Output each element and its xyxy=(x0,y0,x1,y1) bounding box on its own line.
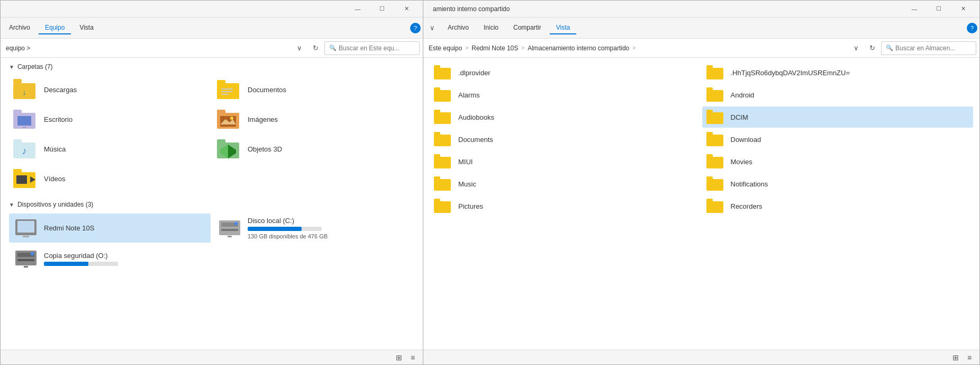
folder-android[interactable]: Android xyxy=(702,84,974,105)
svg-rect-49 xyxy=(434,112,451,124)
help-icon-left[interactable]: ? xyxy=(410,23,421,33)
android-icon xyxy=(706,87,725,103)
folder-movies[interactable]: Movies xyxy=(702,151,974,172)
musica-label: Música xyxy=(44,145,66,153)
grid-view-button-left[interactable]: ⊞ xyxy=(393,352,405,363)
folder-miui[interactable]: MIUI xyxy=(430,151,701,172)
right-maximize-button[interactable]: ☐ xyxy=(927,1,951,17)
svg-rect-46 xyxy=(434,87,440,91)
pictures-icon xyxy=(434,198,453,214)
svg-rect-58 xyxy=(434,154,440,158)
folders-section-header[interactable]: ▼ Carpetas (7) xyxy=(9,63,414,70)
right-window-title: amiento interno compartido xyxy=(428,5,902,13)
disk-c-icon xyxy=(217,218,242,239)
breadcrumb-sep-3: > xyxy=(632,45,636,51)
tab-vista-right[interactable]: Vista xyxy=(550,22,576,34)
tab-archivo-right[interactable]: Archivo xyxy=(441,22,475,34)
folder-music[interactable]: Music xyxy=(430,173,701,194)
pictures-name: Pictures xyxy=(458,202,483,210)
folder-documents[interactable]: Documents xyxy=(430,129,701,150)
left-title-bar: — ☐ ✕ xyxy=(1,1,423,17)
list-view-button-right[interactable]: ≡ xyxy=(964,352,975,363)
left-close-button[interactable]: ✕ xyxy=(394,1,419,17)
folder-notifications[interactable]: Notifications xyxy=(702,173,974,194)
breadcrumb-equipo[interactable]: equipo > xyxy=(4,43,32,53)
folder-item-objetos3d[interactable]: Objetos 3D xyxy=(213,135,414,163)
folder-item-imagenes[interactable]: Imágenes xyxy=(213,105,414,133)
left-maximize-button[interactable]: ☐ xyxy=(370,1,394,17)
folder-item-musica[interactable]: ♪ Música xyxy=(9,135,211,163)
svg-rect-5 xyxy=(221,88,233,90)
folder-download[interactable]: Download xyxy=(702,129,974,150)
music-right-icon xyxy=(434,176,453,192)
grid-view-icon-right: ⊞ xyxy=(952,353,959,362)
svg-rect-55 xyxy=(706,135,723,146)
devices-grid: Redmi Note 10S xyxy=(9,213,414,272)
folder-item-downloads[interactable]: ↓ Descargas xyxy=(9,76,211,103)
folder-item-videos[interactable]: Vídeos xyxy=(9,165,211,192)
svg-rect-52 xyxy=(706,110,713,113)
right-minimize-button[interactable]: — xyxy=(902,1,927,17)
alarms-icon xyxy=(434,87,453,103)
list-view-button-left[interactable]: ≡ xyxy=(407,352,419,363)
folder-hhtjq[interactable]: .HhTjqSRo6dybqDAV2ImUSREmnZU= xyxy=(702,62,974,83)
tab-inicio-right[interactable]: Inicio xyxy=(477,22,505,34)
documentos-folder-icon xyxy=(217,79,242,100)
svg-rect-39 xyxy=(17,259,34,261)
recorders-name: Recorders xyxy=(731,202,763,210)
right-refresh-button[interactable]: ↻ xyxy=(865,41,879,55)
right-dropdown-toolbar[interactable]: ∨ xyxy=(425,21,439,35)
svg-rect-51 xyxy=(706,112,723,124)
videos-folder-icon xyxy=(13,168,39,189)
svg-rect-67 xyxy=(706,201,723,213)
folder-audiobooks[interactable]: Audiobooks xyxy=(430,106,701,128)
tab-archivo-left[interactable]: Archivo xyxy=(3,22,37,34)
notifications-name: Notifications xyxy=(731,180,768,188)
device-item-redmi[interactable]: Redmi Note 10S xyxy=(9,213,211,243)
svg-rect-34 xyxy=(221,229,238,231)
breadcrumb-redmi[interactable]: Redmi Note 10S xyxy=(469,43,520,53)
left-search-input[interactable] xyxy=(339,44,418,52)
alarms-name: Alarms xyxy=(458,91,479,99)
svg-rect-25 xyxy=(13,169,22,173)
devices-section-header[interactable]: ▼ Dispositivos y unidades (3) xyxy=(9,201,414,208)
left-search-box[interactable]: 🔍 xyxy=(324,41,420,55)
device-item-disk-c[interactable]: Disco local (C:) 130 GB disponibles de 4… xyxy=(213,213,414,243)
folder-alarms[interactable]: Alarms xyxy=(430,84,701,105)
svg-rect-17 xyxy=(13,139,22,144)
svg-rect-64 xyxy=(706,176,713,180)
svg-rect-62 xyxy=(434,176,440,180)
right-search-input[interactable] xyxy=(895,44,975,52)
breadcrumb-este-equipo[interactable]: Este equipo xyxy=(427,43,464,53)
device-item-backup[interactable]: Copia seguridad (O:) xyxy=(9,245,211,272)
breadcrumb-almacenamiento[interactable]: Almacenamiento interno compartido xyxy=(525,43,631,53)
svg-rect-54 xyxy=(434,132,440,136)
chevron-down-icon: ∨ xyxy=(297,44,302,52)
folder-recorders[interactable]: Recorders xyxy=(702,195,974,217)
svg-rect-41 xyxy=(434,68,451,79)
folder-dlprovider[interactable]: .dlprovider xyxy=(430,62,701,83)
documents-right-name: Documents xyxy=(458,136,493,144)
download-icon xyxy=(706,131,725,147)
right-addr-dropdown[interactable]: ∨ xyxy=(849,41,863,55)
left-minimize-button[interactable]: — xyxy=(346,1,370,17)
tab-equipo[interactable]: Equipo xyxy=(39,22,71,34)
tab-compartir-right[interactable]: Compartir xyxy=(507,22,548,34)
folder-item-documentos[interactable]: Documentos xyxy=(213,76,414,103)
left-dropdown-button[interactable]: ∨ xyxy=(293,41,306,55)
help-icon-right[interactable]: ? xyxy=(967,23,977,33)
left-refresh-button[interactable]: ↻ xyxy=(308,41,322,55)
right-search-box[interactable]: 🔍 xyxy=(881,41,976,55)
svg-rect-9 xyxy=(13,110,22,114)
notifications-icon xyxy=(706,176,725,192)
folder-dcim[interactable]: DCIM xyxy=(702,106,974,128)
folder-pictures[interactable]: Pictures xyxy=(430,195,701,217)
right-close-button[interactable]: ✕ xyxy=(951,1,975,17)
escritorio-folder-icon xyxy=(13,109,39,130)
folder-item-escritorio[interactable]: Escritorio xyxy=(9,105,211,133)
svg-rect-47 xyxy=(706,90,723,102)
grid-view-button-right[interactable]: ⊞ xyxy=(950,352,961,363)
disk-c-name: Disco local (C:) xyxy=(248,217,328,225)
dcim-icon xyxy=(706,109,725,125)
tab-vista-left[interactable]: Vista xyxy=(73,22,99,34)
